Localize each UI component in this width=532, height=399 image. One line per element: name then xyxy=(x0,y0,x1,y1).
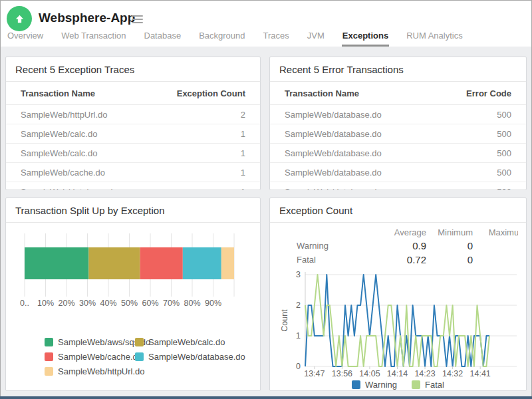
legend-swatch-icon xyxy=(135,338,144,346)
tab-background[interactable]: Background xyxy=(198,28,245,47)
stats-value: 0 xyxy=(426,253,473,267)
panel-title: Recent 5 Error Transactions xyxy=(270,57,526,81)
bar-x-tick-label: 70% xyxy=(163,299,180,308)
value-cell: 1 xyxy=(152,163,260,182)
bar-segment-sampleweb-calc-do[interactable] xyxy=(88,247,140,279)
bar-x-tick-label: 0.. xyxy=(20,299,29,308)
table-row: SampleWeb/calc.do1 xyxy=(6,124,260,144)
tab-rum-analytics[interactable]: RUM Analytics xyxy=(406,28,464,47)
value-cell: 500 xyxy=(437,105,526,124)
bar-x-tick-label: 20% xyxy=(58,299,74,308)
stacked-bar-chart: 0..10%20%30%40%50%60%70%80%90% xyxy=(6,223,261,309)
tab-database[interactable]: Database xyxy=(144,28,182,47)
bar-x-tick-label: 80% xyxy=(184,299,200,308)
stats-value: 3 xyxy=(473,253,518,267)
exception-stats-wrap: AverageMinimumMaximum Warning0.903Fatal0… xyxy=(297,224,518,267)
column-header-transaction-name: Transaction Name xyxy=(270,82,437,105)
stats-value: 3 xyxy=(473,239,518,253)
table-row: SampleWeb/database.do1 xyxy=(6,182,260,191)
transaction-name-cell: SampleWeb/database.do xyxy=(270,144,437,163)
line-x-tick-label: 14:23 xyxy=(414,369,435,378)
bar-chart-legend: SampleWeb/aws/sqs.doSampleWeb/calc.doSam… xyxy=(45,337,260,376)
tab-jvm[interactable]: JVM xyxy=(307,28,325,47)
legend-swatch-icon xyxy=(412,380,420,389)
stats-row-label: Warning xyxy=(297,239,370,253)
legend-swatch-icon xyxy=(135,352,144,361)
stats-column-maximum: Maximum xyxy=(473,224,518,239)
stats-column-minimum: Minimum xyxy=(426,224,473,239)
legend-item-sampleweb-cache-do[interactable]: SampleWeb/cache.do xyxy=(45,352,135,362)
transaction-name-cell: SampleWeb/database.do xyxy=(6,182,152,191)
legend-item-sampleweb-calc-do[interactable]: SampleWeb/calc.do xyxy=(135,337,260,347)
panel-title: Recent 5 Exception Traces xyxy=(6,57,260,81)
tab-traces[interactable]: Traces xyxy=(263,28,290,47)
bar-segment-sampleweb-cache-do[interactable] xyxy=(140,247,183,279)
table-row: SampleWeb/database.do500 xyxy=(270,182,526,191)
bar-segment-sampleweb-aws-sqs-do[interactable] xyxy=(25,247,88,279)
legend-item-sampleweb-httpurl-do[interactable]: SampleWeb/httpUrl.do xyxy=(45,366,135,376)
legend-item-sampleweb-database-do[interactable]: SampleWeb/database.do xyxy=(135,352,260,362)
hamburger-menu-icon[interactable] xyxy=(132,15,143,25)
legend-label: Fatal xyxy=(425,380,444,390)
stats-header-row: AverageMinimumMaximum xyxy=(297,224,518,239)
legend-swatch-icon xyxy=(352,380,360,389)
line-x-tick-label: 14:14 xyxy=(387,369,408,378)
line-y-tick-label: 3 xyxy=(296,270,301,279)
transaction-name-cell: SampleWeb/database.do xyxy=(270,182,437,191)
legend-label: SampleWeb/database.do xyxy=(148,352,245,362)
app-window: Websphere-App OverviewWeb TransactionDat… xyxy=(0,0,532,399)
column-header-transaction-name: Transaction Name xyxy=(6,82,152,105)
app-title: Websphere-App xyxy=(39,11,135,25)
table-row: SampleWeb/database.do500 xyxy=(270,124,526,144)
exception-traces-table: Transaction NameException Count SampleWe… xyxy=(6,82,260,190)
transaction-name-cell: SampleWeb/database.do xyxy=(270,105,437,124)
line-x-tick-label: 14:41 xyxy=(470,369,491,378)
stats-column-average: Average xyxy=(370,224,426,239)
panel-exception-count: Exception Count AverageMinimumMaximum Wa… xyxy=(269,198,527,391)
bar-segment-sampleweb-httpurl-do[interactable] xyxy=(221,247,234,279)
legend-item-sampleweb-aws-sqs-do[interactable]: SampleWeb/aws/sqs.do xyxy=(45,337,135,347)
line-y-tick-label: 1 xyxy=(296,331,301,340)
legend-swatch-icon xyxy=(45,367,53,376)
legend-item-warning[interactable]: Warning xyxy=(352,380,397,390)
legend-label: SampleWeb/calc.do xyxy=(148,337,225,347)
table-row: SampleWeb/database.do500 xyxy=(270,163,526,182)
line-y-axis-label: Count xyxy=(280,309,289,332)
value-cell: 1 xyxy=(152,144,260,163)
error-transactions-table: Transaction NameError Code SampleWeb/dat… xyxy=(270,82,526,190)
bar-x-tick-label: 60% xyxy=(142,299,158,308)
legend-swatch-icon xyxy=(45,338,53,346)
line-chart-legend: WarningFatal xyxy=(270,380,526,390)
stats-row-warning: Warning0.903 xyxy=(297,239,518,253)
line-x-tick-label: 13:47 xyxy=(304,369,325,378)
bar-segment-sampleweb-database-do[interactable] xyxy=(183,247,221,279)
legend-label: Warning xyxy=(365,380,397,390)
value-cell: 500 xyxy=(437,144,526,163)
table-row: SampleWeb/database.do500 xyxy=(270,105,526,124)
stats-value: 0.72 xyxy=(370,253,426,267)
up-arrow-icon xyxy=(14,13,25,25)
bottom-strip xyxy=(0,396,532,399)
line-series-fatal xyxy=(305,275,489,366)
column-header-exception-count: Exception Count xyxy=(152,82,260,105)
transaction-name-cell: SampleWeb/database.do xyxy=(270,163,437,182)
legend-label: SampleWeb/cache.do xyxy=(58,352,142,362)
value-cell: 500 xyxy=(437,182,526,191)
panel-exception-traces: Recent 5 Exception Traces Transaction Na… xyxy=(5,57,261,190)
tab-web-transaction[interactable]: Web Transaction xyxy=(61,28,126,47)
transaction-name-cell: SampleWeb/calc.do xyxy=(6,124,152,144)
table-row: SampleWeb/cache.do1 xyxy=(6,163,260,182)
transaction-name-cell: SampleWeb/database.do xyxy=(270,124,437,144)
tab-exceptions[interactable]: Exceptions xyxy=(342,28,389,47)
exception-stats-table: AverageMinimumMaximum Warning0.903Fatal0… xyxy=(297,224,518,267)
line-y-tick-label: 0 xyxy=(296,362,301,371)
column-header-error-code: Error Code xyxy=(437,82,526,105)
panel-title: Transaction Split Up by Exception xyxy=(6,198,260,222)
table-header-row: Transaction NameException Count xyxy=(6,82,260,105)
line-chart: 0123Count13:4713:5614:0514:1414:2314:321… xyxy=(279,267,518,379)
bar-x-tick-label: 10% xyxy=(37,299,54,308)
value-cell: 1 xyxy=(152,182,260,191)
tab-overview[interactable]: Overview xyxy=(7,28,44,47)
bar-x-tick-label: 90% xyxy=(205,299,221,308)
legend-item-fatal[interactable]: Fatal xyxy=(412,380,444,390)
